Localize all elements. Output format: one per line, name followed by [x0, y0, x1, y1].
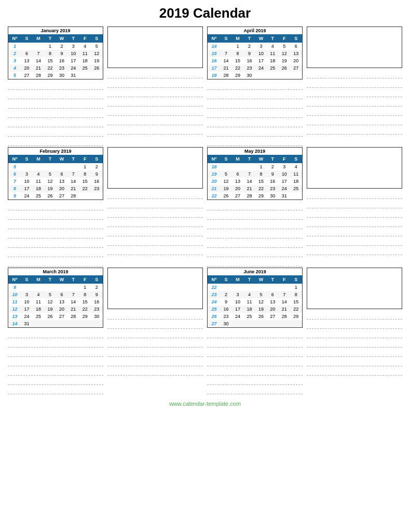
month-section: June 2019NºSMTWTFS2212323456782491011121…: [207, 268, 303, 395]
note-line[interactable]: [207, 230, 303, 238]
note-line[interactable]: [307, 237, 402, 246]
notes-col: [107, 26, 203, 147]
note-line[interactable]: [207, 138, 303, 146]
note-line[interactable]: [307, 89, 402, 97]
empty-notes-box: [307, 26, 402, 68]
note-line[interactable]: [107, 117, 203, 125]
note-line[interactable]: [107, 367, 203, 376]
note-line[interactable]: [8, 367, 103, 376]
note-line[interactable]: [107, 311, 203, 320]
note-line[interactable]: [107, 237, 203, 246]
note-line[interactable]: [8, 211, 103, 220]
note-line[interactable]: [107, 200, 203, 208]
note-line[interactable]: [207, 330, 303, 338]
note-line[interactable]: [207, 82, 303, 90]
note-line[interactable]: [107, 330, 203, 338]
note-line[interactable]: [307, 70, 402, 78]
note-line[interactable]: [107, 79, 203, 88]
note-line[interactable]: [207, 100, 303, 109]
note-line[interactable]: [8, 358, 103, 366]
note-line[interactable]: [207, 358, 303, 366]
note-line[interactable]: [307, 108, 402, 116]
month-section: May 2019NºSMTWTFS18123419567891011201213…: [207, 147, 303, 268]
note-line[interactable]: [8, 100, 103, 109]
note-line[interactable]: [307, 311, 402, 320]
note-line[interactable]: [207, 221, 303, 229]
note-line[interactable]: [207, 91, 303, 99]
note-line[interactable]: [207, 119, 303, 127]
note-line[interactable]: [207, 386, 303, 394]
note-line[interactable]: [207, 258, 303, 267]
note-line[interactable]: [107, 126, 203, 135]
note-line[interactable]: [107, 228, 203, 236]
note-line[interactable]: [8, 258, 103, 267]
note-line[interactable]: [207, 240, 303, 248]
notes-col: [307, 26, 402, 147]
note-line[interactable]: [8, 330, 103, 338]
note-line[interactable]: [307, 367, 402, 376]
note-line[interactable]: [307, 358, 402, 366]
note-line[interactable]: [307, 330, 402, 338]
note-line[interactable]: [8, 339, 103, 348]
note-line[interactable]: [8, 119, 103, 127]
notes-col: [307, 268, 402, 395]
note-line[interactable]: [307, 339, 402, 348]
note-line[interactable]: [8, 386, 103, 394]
note-line[interactable]: [8, 110, 103, 118]
note-line[interactable]: [307, 321, 402, 329]
note-line[interactable]: [207, 110, 303, 118]
note-line[interactable]: [307, 247, 402, 255]
note-line[interactable]: [307, 209, 402, 218]
calendar-february-2019: February 2019NºSMTWTFS512634567897101112…: [8, 147, 103, 200]
note-line[interactable]: [107, 70, 203, 78]
note-line[interactable]: [307, 126, 402, 135]
note-line[interactable]: [107, 247, 203, 255]
note-line[interactable]: [8, 138, 103, 146]
note-line[interactable]: [8, 230, 103, 238]
note-line[interactable]: [307, 228, 402, 236]
page-title: 2019 Calendar: [5, 5, 405, 21]
note-line[interactable]: [107, 349, 203, 357]
note-line[interactable]: [207, 349, 303, 357]
note-line[interactable]: [8, 349, 103, 357]
note-line[interactable]: [207, 128, 303, 137]
note-line[interactable]: [307, 349, 402, 357]
note-line[interactable]: [207, 339, 303, 348]
note-line[interactable]: [107, 209, 203, 218]
footer-link[interactable]: www.calendar-template.com: [5, 401, 405, 409]
note-line[interactable]: [307, 219, 402, 227]
note-line[interactable]: [8, 91, 103, 99]
note-line[interactable]: [107, 219, 203, 227]
note-line[interactable]: [107, 339, 203, 348]
note-line[interactable]: [8, 82, 103, 90]
calendar-april-2019: April 2019NºSMTWTFS141234561578910111213…: [207, 26, 303, 79]
note-line[interactable]: [107, 321, 203, 329]
note-line[interactable]: [307, 98, 402, 107]
note-line[interactable]: [8, 240, 103, 248]
calendar-row: March 2019NºSMTWTFS912103456789111011121…: [5, 268, 405, 395]
note-line[interactable]: [107, 108, 203, 116]
note-line[interactable]: [207, 377, 303, 385]
note-line[interactable]: [8, 202, 103, 210]
empty-notes-box: [307, 268, 402, 309]
month-section: April 2019NºSMTWTFS141234561578910111213…: [207, 26, 303, 147]
note-line[interactable]: [307, 117, 402, 125]
note-line[interactable]: [207, 211, 303, 220]
note-line[interactable]: [8, 221, 103, 229]
note-line[interactable]: [107, 358, 203, 366]
note-line[interactable]: [307, 79, 402, 88]
note-line[interactable]: [8, 377, 103, 385]
note-line[interactable]: [307, 200, 402, 208]
note-line[interactable]: [207, 202, 303, 210]
empty-notes-box: [107, 26, 203, 68]
note-line[interactable]: [107, 98, 203, 107]
calendar-march-2019: March 2019NºSMTWTFS912103456789111011121…: [8, 268, 103, 328]
note-line[interactable]: [207, 249, 303, 257]
calendar-may-2019: May 2019NºSMTWTFS18123419567891011201213…: [207, 147, 303, 200]
note-line[interactable]: [8, 128, 103, 137]
note-line[interactable]: [207, 367, 303, 376]
note-line[interactable]: [8, 249, 103, 257]
note-line[interactable]: [107, 89, 203, 97]
note-line[interactable]: [107, 191, 203, 199]
note-line[interactable]: [307, 191, 402, 199]
